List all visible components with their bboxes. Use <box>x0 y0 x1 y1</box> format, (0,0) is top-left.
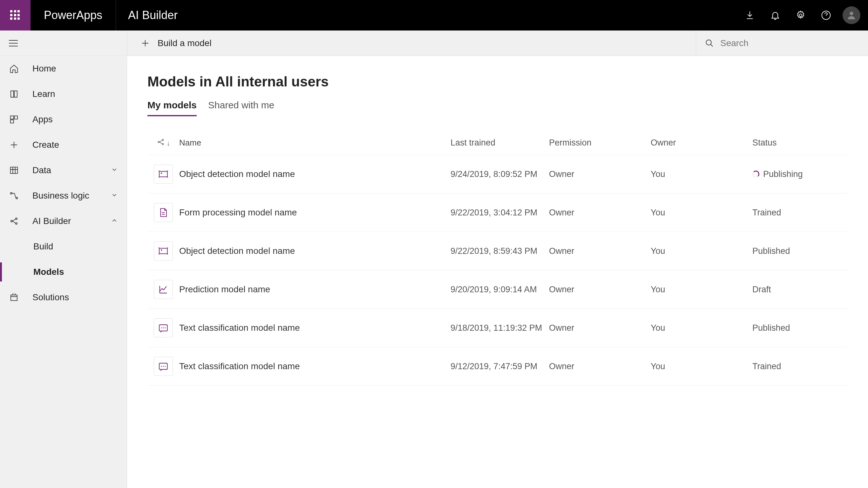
model-status: Published <box>752 246 848 256</box>
spinner-icon <box>752 171 760 178</box>
svg-rect-17 <box>159 172 167 177</box>
page-title: AI Builder <box>116 8 190 22</box>
tab-my-models[interactable]: My models <box>148 100 197 116</box>
download-button[interactable] <box>737 0 763 30</box>
status-text: Trained <box>752 208 781 218</box>
sidebar-item-models[interactable]: Models <box>0 259 127 285</box>
table-row[interactable]: Object detection model name9/24/2019, 8:… <box>148 155 848 193</box>
model-status: Trained <box>752 362 848 371</box>
model-status: Draft <box>752 285 848 295</box>
chevron-down-icon <box>111 165 118 175</box>
column-permission[interactable]: Permission <box>549 138 651 148</box>
waffle-icon <box>10 10 20 20</box>
book-icon <box>9 89 19 99</box>
svg-point-18 <box>161 173 162 174</box>
model-owner: You <box>651 323 752 333</box>
model-last-trained: 9/20/2019, 9:09:14 AM <box>451 285 549 295</box>
svg-point-24 <box>164 328 165 329</box>
svg-point-26 <box>161 366 162 367</box>
svg-point-28 <box>164 366 165 367</box>
svg-point-13 <box>706 40 711 45</box>
svg-point-8 <box>16 197 18 199</box>
model-type-icon[interactable] <box>157 138 165 148</box>
svg-rect-19 <box>159 248 167 254</box>
model-name: Object detection model name <box>179 246 451 256</box>
waffle-menu-button[interactable] <box>0 0 31 30</box>
sidebar-item-label: AI Builder <box>32 216 71 226</box>
model-owner: You <box>651 169 752 179</box>
settings-button[interactable] <box>788 0 813 30</box>
model-last-trained: 9/24/2019, 8:09:52 PM <box>451 169 549 179</box>
sidebar-item-build[interactable]: Build <box>0 234 127 259</box>
table-row[interactable]: Text classification model name9/12/2019,… <box>148 347 848 386</box>
sidebar-item-data[interactable]: Data <box>0 158 127 183</box>
model-last-trained: 9/22/2019, 3:04:12 PM <box>451 208 549 218</box>
notifications-button[interactable] <box>763 0 788 30</box>
model-type-icon <box>154 241 173 261</box>
sidebar-item-solutions[interactable]: Solutions <box>0 285 127 310</box>
search-icon <box>705 39 714 48</box>
chevron-down-icon <box>111 191 118 201</box>
svg-rect-4 <box>14 116 18 119</box>
sort-arrow-icon[interactable]: ↓ <box>167 139 170 147</box>
model-permission: Owner <box>549 169 651 179</box>
bell-icon <box>770 10 780 20</box>
app-header: PowerApps AI Builder <box>0 0 868 30</box>
table-row[interactable]: Form processing model name9/22/2019, 3:0… <box>148 193 848 232</box>
column-name[interactable]: Name <box>179 138 451 148</box>
svg-point-23 <box>163 328 164 329</box>
chevron-up-icon <box>111 216 118 226</box>
model-type-icon <box>154 164 173 184</box>
model-permission: Owner <box>549 323 651 333</box>
sidebar-item-ai-builder[interactable]: AI Builder <box>0 208 127 234</box>
svg-rect-3 <box>10 116 14 119</box>
model-type-icon <box>154 203 173 222</box>
sidebar-item-label: Solutions <box>32 292 69 302</box>
svg-point-20 <box>161 249 162 251</box>
table-row[interactable]: Object detection model name9/22/2019, 8:… <box>148 232 848 270</box>
column-last-trained[interactable]: Last trained <box>451 138 549 148</box>
tab-shared[interactable]: Shared with me <box>208 100 274 116</box>
build-model-label: Build a model <box>158 38 212 48</box>
user-avatar[interactable] <box>843 6 860 24</box>
build-model-button[interactable]: Build a model <box>141 38 212 48</box>
sidebar-item-label: Data <box>32 165 51 175</box>
search-area <box>696 30 855 56</box>
table-row[interactable]: Text classification model name9/18/2019,… <box>148 309 848 347</box>
data-icon <box>9 165 19 175</box>
model-owner: You <box>651 362 752 371</box>
app-name[interactable]: PowerApps <box>31 0 116 30</box>
model-last-trained: 9/22/2019, 8:59:43 PM <box>451 246 549 256</box>
sidebar-item-home[interactable]: Home <box>0 56 127 81</box>
svg-point-10 <box>16 218 17 219</box>
model-permission: Owner <box>549 285 651 295</box>
sidebar: Home Learn Apps Create Data Business log… <box>0 30 127 488</box>
status-text: Draft <box>752 285 771 295</box>
sidebar-item-apps[interactable]: Apps <box>0 107 127 132</box>
sidebar-item-learn[interactable]: Learn <box>0 81 127 107</box>
table-row[interactable]: Prediction model name9/20/2019, 9:09:14 … <box>148 270 848 309</box>
sidebar-item-label: Home <box>32 64 56 74</box>
help-button[interactable] <box>813 0 839 30</box>
model-status: Trained <box>752 208 848 218</box>
svg-point-16 <box>162 143 163 145</box>
column-owner[interactable]: Owner <box>651 138 752 148</box>
model-owner: You <box>651 285 752 295</box>
sidebar-item-create[interactable]: Create <box>0 132 127 158</box>
model-type-icon <box>154 280 173 299</box>
model-permission: Owner <box>549 362 651 371</box>
model-owner: You <box>651 208 752 218</box>
sidebar-item-label: Build <box>33 241 53 252</box>
sidebar-item-business-logic[interactable]: Business logic <box>0 183 127 208</box>
model-status: Published <box>752 323 848 333</box>
status-text: Published <box>752 246 790 256</box>
hamburger-toggle[interactable] <box>0 30 127 56</box>
ai-icon <box>9 216 19 226</box>
search-input[interactable] <box>720 38 846 48</box>
sidebar-item-label: Create <box>32 140 59 150</box>
column-status[interactable]: Status <box>752 138 848 148</box>
svg-rect-6 <box>10 167 18 174</box>
model-last-trained: 9/18/2019, 11:19:32 PM <box>451 323 549 333</box>
svg-point-27 <box>163 366 164 367</box>
svg-point-0 <box>799 14 802 17</box>
